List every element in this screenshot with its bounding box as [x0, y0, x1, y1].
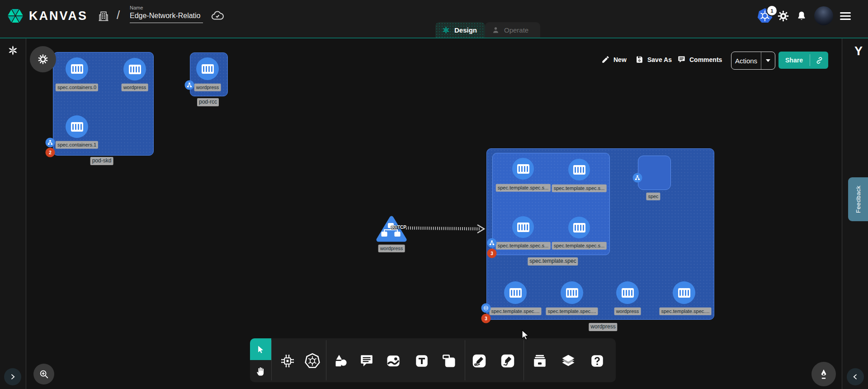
group-label[interactable]: spec.template.spec	[528, 257, 578, 266]
avatar[interactable]	[814, 6, 833, 25]
kubernetes-context-button[interactable]: 1	[756, 7, 774, 25]
tool-drawer[interactable]	[530, 351, 550, 371]
expand-left-panel-button[interactable]	[4, 368, 21, 385]
container-node[interactable]	[616, 281, 639, 304]
node-label[interactable]: spec	[646, 193, 660, 200]
design-name-field[interactable]: Name Edge-Network-Relatio	[130, 5, 203, 23]
container-node[interactable]	[512, 158, 534, 180]
tool-components[interactable]	[278, 351, 297, 371]
expand-right-panel-button[interactable]	[847, 368, 864, 385]
pencil-icon	[601, 55, 610, 64]
node-label[interactable]: spec.template.spec....	[546, 308, 598, 315]
node-spec[interactable]	[638, 156, 671, 190]
kanvas-logo[interactable]: KANVAS	[6, 7, 88, 25]
tool-comment[interactable]	[357, 351, 377, 371]
node-label[interactable]: wordpress	[122, 84, 148, 91]
actions-caret-icon[interactable]	[766, 59, 770, 62]
tool-sketch[interactable]	[498, 351, 518, 371]
comments-button-label: Comments	[689, 56, 722, 63]
pod-badge[interactable]	[185, 81, 194, 90]
container-node[interactable]	[673, 281, 695, 304]
node-label[interactable]: wordpress	[194, 84, 221, 91]
node-label[interactable]: spec.containers.1	[56, 141, 98, 149]
node-label[interactable]: spec.template.spec.s...	[552, 242, 607, 250]
tool-pen[interactable]	[469, 351, 489, 371]
pod-badge[interactable]	[487, 238, 497, 248]
container-node[interactable]	[66, 57, 88, 80]
node-label[interactable]: spec.template.spec....	[660, 308, 712, 315]
operate-tab-label: Operate	[504, 26, 528, 34]
container-icon	[71, 64, 83, 74]
tool-help[interactable]	[587, 351, 607, 371]
node-label[interactable]: spec.template.spec.s...	[552, 185, 607, 192]
group-spec-template-spec[interactable]	[492, 153, 610, 255]
toolbar-divider	[326, 340, 326, 380]
group-label[interactable]: pod-rcc	[197, 98, 219, 106]
pod-badge[interactable]	[633, 173, 642, 183]
breadcrumb-separator: /	[117, 8, 120, 22]
container-node[interactable]	[123, 58, 146, 81]
feedback-tab[interactable]: Feedback	[848, 177, 868, 221]
tool-layers[interactable]	[558, 351, 578, 371]
floppy-save-icon	[635, 55, 644, 64]
organization-icon[interactable]	[97, 9, 110, 22]
container-node[interactable]	[512, 216, 534, 238]
container-node[interactable]	[66, 115, 88, 138]
actions-split-button[interactable]: Actions	[731, 52, 775, 70]
node-label[interactable]: spec.template.spec.s...	[496, 184, 551, 192]
tool-note[interactable]	[439, 351, 459, 371]
tool-shapes[interactable]	[330, 351, 350, 371]
tool-select[interactable]	[250, 338, 271, 360]
meshery-spiral-icon[interactable]	[7, 45, 19, 58]
share-split-button[interactable]: Share	[778, 52, 828, 69]
node-label[interactable]: spec.template.spec.s...	[496, 242, 551, 250]
deployment-badge[interactable]	[481, 304, 491, 313]
feedback-label: Feedback	[855, 185, 862, 213]
service-node-wordpress[interactable]	[376, 215, 407, 245]
dock-k8s-gear-button[interactable]	[30, 46, 56, 72]
container-node[interactable]	[568, 159, 590, 180]
pod-badge[interactable]	[46, 138, 55, 147]
pencil-sketch-icon	[500, 353, 516, 369]
node-label[interactable]: spec.template.spec....	[490, 308, 542, 315]
kubernetes-wheel-icon	[304, 352, 321, 370]
image-icon	[385, 353, 401, 369]
hamburger-menu-icon[interactable]	[840, 12, 851, 20]
design-name-value[interactable]: Edge-Network-Relatio	[130, 12, 203, 23]
kanvas-logo-icon	[6, 7, 24, 25]
container-node[interactable]	[196, 57, 219, 80]
tool-text[interactable]	[412, 351, 432, 371]
whiteboard-pen-button[interactable]	[811, 362, 836, 386]
zoom-search-button[interactable]	[33, 364, 54, 384]
comments-button[interactable]: Comments	[677, 55, 722, 64]
error-count-badge[interactable]: 3	[481, 314, 491, 323]
share-link-icon[interactable]	[810, 56, 828, 65]
tab-operate[interactable]: Operate	[485, 22, 540, 38]
comment-icon	[677, 55, 686, 64]
notifications-bell-icon[interactable]	[796, 10, 807, 22]
left-sidebar-rail	[0, 38, 26, 389]
error-count-badge[interactable]: 2	[46, 148, 55, 157]
tool-pan[interactable]	[250, 360, 271, 382]
error-count-badge[interactable]: 3	[487, 249, 497, 258]
y-flow-icon[interactable]: Y	[854, 44, 863, 58]
node-label[interactable]: wordpress	[378, 245, 405, 252]
edge-wordpress-service[interactable]	[406, 228, 480, 229]
group-label[interactable]: wordpress	[589, 323, 617, 331]
node-label[interactable]: spec.containers.0	[56, 84, 98, 91]
settings-gear-icon[interactable]	[777, 10, 789, 22]
group-label[interactable]: pod-skd	[90, 157, 113, 165]
container-icon	[509, 288, 522, 298]
layers-icon	[560, 353, 576, 369]
tab-design[interactable]: Design	[435, 22, 485, 38]
new-button[interactable]: New	[601, 55, 627, 64]
tool-media[interactable]	[383, 351, 403, 371]
save-as-button-label: Save As	[647, 56, 672, 63]
tool-kubernetes[interactable]	[302, 351, 322, 371]
container-node[interactable]	[561, 281, 583, 304]
container-icon	[678, 288, 690, 298]
save-as-button[interactable]: Save As	[635, 55, 672, 64]
container-node[interactable]	[504, 281, 527, 304]
node-label[interactable]: wordpress	[614, 308, 641, 315]
container-node[interactable]	[568, 217, 590, 238]
